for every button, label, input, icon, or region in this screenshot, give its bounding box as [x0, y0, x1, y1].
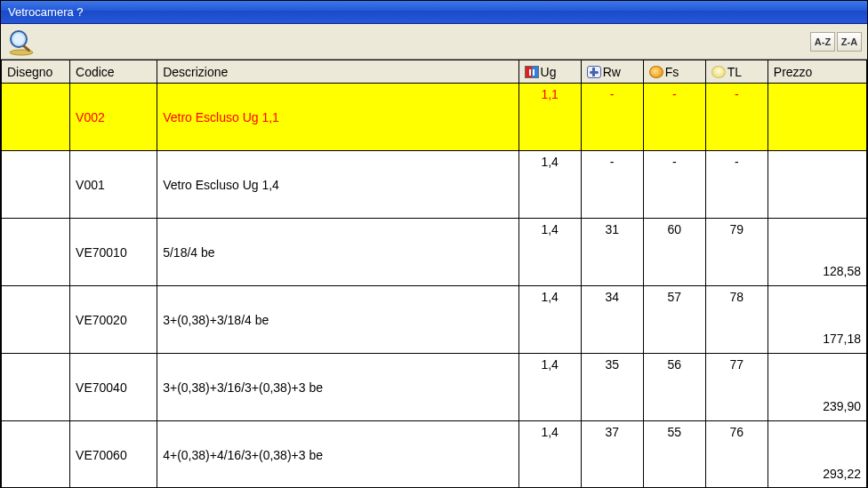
header-tl[interactable]: TL	[705, 60, 768, 84]
cell-disegno	[2, 151, 70, 219]
header-row: Disegno Codice Descrizione Ug Rw Fs TL P…	[2, 60, 867, 84]
cell-prezzo: 239,90	[768, 354, 866, 421]
window-title: Vetrocamera ?	[8, 5, 84, 19]
header-fs[interactable]: Fs	[643, 60, 705, 84]
data-grid[interactable]: Disegno Codice Descrizione Ug Rw Fs TL P…	[1, 60, 867, 488]
search-icon[interactable]	[6, 27, 36, 57]
cell-codice: V002	[70, 84, 157, 151]
cell-disegno	[2, 219, 70, 286]
header-rw[interactable]: Rw	[581, 60, 643, 84]
header-disegno[interactable]: Disegno	[2, 60, 70, 84]
cell-tl: 76	[705, 421, 768, 488]
cell-fs: 55	[643, 421, 705, 488]
header-ug[interactable]: Ug	[518, 60, 581, 84]
table-row[interactable]: VE700403+(0,38)+3/16/3+(0,38)+3 be1,4355…	[2, 354, 867, 421]
cell-descrizione: Vetro Escluso Ug 1,1	[157, 84, 518, 151]
cell-prezzo: 128,58	[768, 219, 866, 286]
cell-ug: 1,4	[518, 219, 581, 286]
cell-prezzo	[768, 151, 866, 219]
cell-codice: VE70010	[70, 219, 157, 286]
cell-prezzo: 177,18	[768, 286, 866, 354]
cell-codice: VE70060	[70, 421, 157, 488]
header-descrizione[interactable]: Descrizione	[157, 60, 518, 84]
cell-fs: 57	[643, 286, 705, 354]
cell-codice: VE70040	[70, 354, 157, 421]
rw-icon	[587, 66, 601, 78]
fs-icon	[649, 66, 663, 78]
cell-descrizione: 3+(0,38)+3/16/3+(0,38)+3 be	[157, 354, 518, 421]
cell-descrizione: Vetro Escluso Ug 1,4	[157, 151, 518, 219]
cell-descrizione: 5/18/4 be	[157, 219, 518, 286]
title-bar: Vetrocamera ?	[1, 1, 867, 24]
cell-descrizione: 4+(0,38)+4/16/3+(0,38)+3 be	[157, 421, 518, 488]
cell-rw: -	[581, 84, 643, 151]
cell-rw: 34	[581, 286, 643, 354]
cell-prezzo: 293,22	[768, 421, 866, 488]
header-codice[interactable]: Codice	[70, 60, 157, 84]
cell-fs: -	[643, 151, 705, 219]
toolbar: A-Z Z-A	[1, 24, 867, 60]
cell-tl: 78	[705, 286, 768, 354]
cell-disegno	[2, 354, 70, 421]
cell-fs: 56	[643, 354, 705, 421]
cell-disegno	[2, 84, 70, 151]
sort-asc-button[interactable]: A-Z	[810, 32, 835, 52]
tl-icon	[711, 66, 726, 78]
cell-fs: -	[643, 84, 705, 151]
cell-codice: VE70020	[70, 286, 157, 354]
cell-descrizione: 3+(0,38)+3/18/4 be	[157, 286, 518, 354]
cell-rw: 35	[581, 354, 643, 421]
table-row[interactable]: V001Vetro Escluso Ug 1,41,4---	[2, 151, 867, 219]
sort-buttons: A-Z Z-A	[810, 32, 862, 52]
cell-prezzo	[768, 84, 866, 151]
table-row[interactable]: VE700203+(0,38)+3/18/4 be1,4345778177,18	[2, 286, 867, 354]
cell-ug: 1,4	[518, 151, 581, 219]
cell-fs: 60	[643, 219, 705, 286]
cell-codice: V001	[70, 151, 157, 219]
svg-point-2	[13, 34, 24, 44]
table-row[interactable]: VE700105/18/4 be1,4316079128,58	[2, 219, 867, 286]
cell-ug: 1,4	[518, 286, 581, 354]
sort-desc-button[interactable]: Z-A	[837, 32, 862, 52]
cell-ug: 1,1	[518, 84, 581, 151]
cell-rw: -	[581, 151, 643, 219]
cell-ug: 1,4	[518, 421, 581, 488]
cell-disegno	[2, 421, 70, 488]
cell-ug: 1,4	[518, 354, 581, 421]
cell-tl: -	[705, 84, 768, 151]
table-row[interactable]: V002Vetro Escluso Ug 1,11,1---	[2, 84, 867, 151]
cell-disegno	[2, 286, 70, 354]
cell-rw: 37	[581, 421, 643, 488]
cell-tl: -	[705, 151, 768, 219]
cell-tl: 77	[705, 354, 768, 421]
ug-icon	[525, 66, 539, 78]
header-prezzo[interactable]: Prezzo	[768, 60, 866, 84]
cell-rw: 31	[581, 219, 643, 286]
table-row[interactable]: VE700604+(0,38)+4/16/3+(0,38)+3 be1,4375…	[2, 421, 867, 488]
cell-tl: 79	[705, 219, 768, 286]
